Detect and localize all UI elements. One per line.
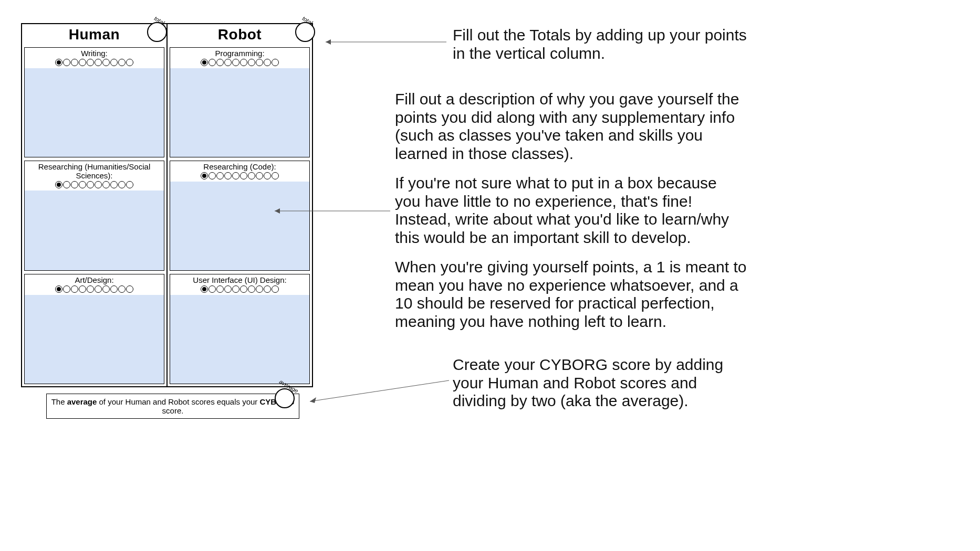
rating-dot[interactable] [95, 285, 102, 293]
rating-dot[interactable] [248, 59, 255, 66]
rating-dot[interactable] [71, 181, 78, 188]
skill-cell-writing[interactable]: Writing: [24, 47, 164, 157]
rating-dot[interactable] [63, 285, 70, 293]
rating-dot[interactable] [102, 285, 110, 293]
rating-dot[interactable] [264, 285, 271, 293]
footer-average-box: The average of your Human and Robot scor… [46, 394, 299, 419]
rating-dot[interactable] [126, 181, 133, 188]
rating-row-ui-design[interactable] [170, 284, 309, 295]
skill-cell-ui-design[interactable]: User Interface (UI) Design: [170, 274, 310, 384]
rating-dot[interactable] [208, 172, 216, 179]
rating-dot[interactable] [126, 59, 133, 66]
rating-dot[interactable] [240, 285, 247, 293]
column-header-robot: Robot [168, 24, 312, 46]
footer-text-b1: average [67, 397, 97, 406]
rating-dot[interactable] [110, 59, 118, 66]
rating-dot[interactable] [232, 172, 239, 179]
skill-label: Art/Design: [25, 274, 164, 284]
skill-label: Researching (Code): [170, 161, 309, 171]
arrow-to-total-icon [315, 31, 452, 47]
rating-row-programming[interactable] [170, 58, 309, 69]
rating-row-researching-humanities[interactable] [25, 180, 164, 191]
rating-row-researching-code[interactable] [170, 171, 309, 182]
skill-label: Programming: [170, 48, 309, 58]
svg-marker-1 [326, 39, 331, 45]
page-root: Human Writing: Researching (Humanities/S… [0, 0, 980, 551]
rating-dot[interactable] [79, 181, 86, 188]
rating-dot[interactable] [224, 59, 232, 66]
column-header-human: Human [22, 24, 166, 46]
skill-label: User Interface (UI) Design: [170, 274, 309, 284]
rating-row-art-design[interactable] [25, 284, 164, 295]
total-circle-robot[interactable] [295, 22, 315, 42]
svg-marker-5 [310, 397, 316, 403]
instruction-cyborg-score: Create your CYBORG score by adding your … [453, 356, 747, 410]
rating-dot[interactable] [63, 59, 70, 66]
rating-dot[interactable] [201, 285, 208, 293]
rating-dot[interactable] [102, 59, 110, 66]
rating-dot[interactable] [216, 285, 224, 293]
rating-dot[interactable] [248, 172, 255, 179]
rating-dot[interactable] [118, 181, 126, 188]
rating-dot[interactable] [95, 59, 102, 66]
skill-label: Writing: [25, 48, 164, 58]
rating-dot[interactable] [95, 181, 102, 188]
rating-dot[interactable] [87, 181, 94, 188]
rating-dot[interactable] [201, 59, 208, 66]
rating-dot[interactable] [79, 285, 86, 293]
rating-dot[interactable] [248, 285, 255, 293]
rating-dot[interactable] [272, 59, 279, 66]
rating-dot[interactable] [87, 285, 94, 293]
rating-dot[interactable] [240, 59, 247, 66]
rating-dot[interactable] [87, 59, 94, 66]
rating-dot[interactable] [201, 172, 208, 179]
rating-dot[interactable] [208, 59, 216, 66]
rating-dot[interactable] [224, 285, 232, 293]
rating-dot[interactable] [256, 59, 263, 66]
rating-dot[interactable] [55, 285, 62, 293]
skill-cell-researching-humanities[interactable]: Researching (Humanities/Social Sciences)… [24, 161, 164, 271]
rating-dot[interactable] [79, 59, 86, 66]
rating-dot[interactable] [272, 172, 279, 179]
footer-text-mid: of your Human and Robot scores equals yo… [97, 397, 259, 406]
total-circle-human[interactable] [147, 22, 167, 42]
rating-dot[interactable] [71, 59, 78, 66]
skill-cell-art-design[interactable]: Art/Design: [24, 274, 164, 384]
footer-text-post: score. [162, 406, 184, 415]
rating-dot[interactable] [264, 59, 271, 66]
rating-dot[interactable] [232, 285, 239, 293]
rating-dot[interactable] [55, 181, 62, 188]
rating-dot[interactable] [110, 285, 118, 293]
rating-dot[interactable] [264, 172, 271, 179]
skill-label: Researching (Humanities/Social Sciences)… [25, 161, 164, 180]
instruction-description: Fill out a description of why you gave y… [395, 90, 752, 163]
rating-dot[interactable] [55, 59, 62, 66]
rating-dot[interactable] [110, 181, 118, 188]
rating-dot[interactable] [232, 59, 239, 66]
rating-dot[interactable] [126, 285, 133, 293]
rating-dot[interactable] [256, 285, 263, 293]
svg-line-4 [310, 380, 449, 401]
rating-dot[interactable] [118, 285, 126, 293]
rating-dot[interactable] [102, 181, 110, 188]
rating-row-writing[interactable] [25, 58, 164, 69]
column-human: Human Writing: Researching (Humanities/S… [22, 24, 166, 386]
rating-dot[interactable] [256, 172, 263, 179]
rating-dot[interactable] [216, 59, 224, 66]
rating-dot[interactable] [118, 59, 126, 66]
rating-dot[interactable] [71, 285, 78, 293]
arrow-to-average-icon [299, 378, 452, 409]
rating-dot[interactable] [272, 285, 279, 293]
skill-cell-programming[interactable]: Programming: [170, 47, 310, 157]
skill-cell-researching-code[interactable]: Researching (Code): [170, 161, 310, 271]
rating-dot[interactable] [224, 172, 232, 179]
instruction-point-scale: When you're giving yourself points, a 1 … [395, 258, 752, 331]
instruction-no-experience: If you're not sure what to put in a box … [395, 174, 742, 247]
worksheet-grid: Human Writing: Researching (Humanities/S… [21, 23, 313, 387]
column-robot: Robot Programming: Researching (Code): U… [166, 24, 312, 386]
rating-dot[interactable] [63, 181, 70, 188]
instruction-totals: Fill out the Totals by adding up your po… [453, 26, 747, 62]
rating-dot[interactable] [208, 285, 216, 293]
rating-dot[interactable] [216, 172, 224, 179]
rating-dot[interactable] [240, 172, 247, 179]
